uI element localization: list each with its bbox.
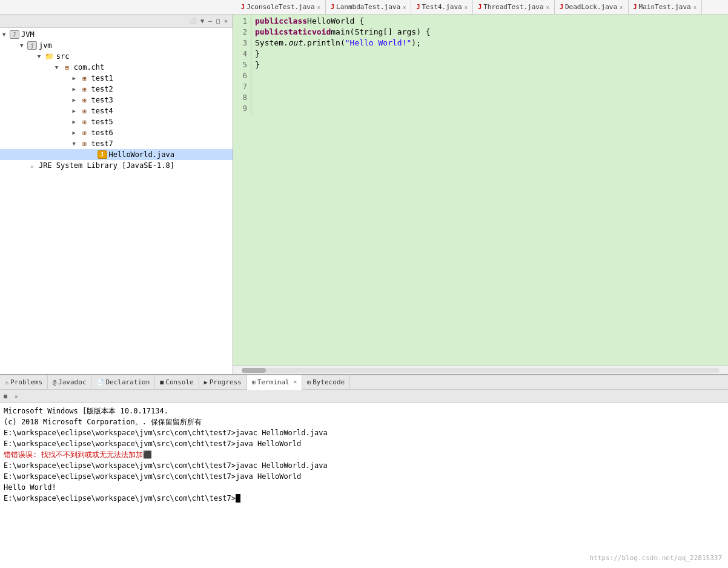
tree-item-test6[interactable]: ▶⊞test6 (0, 127, 233, 138)
tree-item-test3[interactable]: ▶⊞test3 (0, 95, 233, 105)
hscroll-thumb[interactable] (242, 368, 266, 373)
tree-item-test5[interactable]: ▶⊞test5 (0, 116, 233, 127)
top-tab-label: LanmbdaTest.java (336, 3, 400, 11)
top-tab-4[interactable]: JDeadLock.java✕ (555, 0, 629, 15)
terminal-line-6: 错错误误: 找找不不到到或或无无法法加加⬛ (4, 449, 724, 460)
java-file-icon: J (241, 4, 245, 10)
code-content[interactable]: public class HelloWorld { public static … (253, 15, 728, 366)
tree-item-com.cht[interactable]: ▼⊞com.cht (0, 62, 233, 73)
tree-item-test1[interactable]: ▶⊞test1 (0, 73, 233, 84)
code-part-normal: HelloWorld { (307, 16, 364, 27)
java-file-icon: J (331, 4, 334, 10)
top-tab-0[interactable]: JJconsoleTest.java✕ (236, 0, 326, 15)
code-part-italic: out (288, 38, 302, 48)
terminal-content[interactable]: Microsoft Windows [版版本本 10.0.17134.(c) 2… (0, 403, 728, 568)
package-icon: ⊞ (62, 63, 72, 72)
terminal-line-13: E:\workspace\eclipse\workspace\jvm\src\c… (4, 493, 724, 504)
jvm-project-icon: J (10, 30, 19, 39)
code-part-kw: class (283, 16, 307, 27)
bottom-tab-icon-5: ⊞ (252, 379, 256, 386)
minimize-icon[interactable]: — (207, 17, 213, 25)
code-line-8: } (255, 59, 726, 70)
tree-expand-icon[interactable]: ▶ (73, 86, 80, 92)
tree-collapse-icon[interactable]: ▼ (20, 42, 27, 48)
terminal-line-10: E:\workspace\eclipse\workspace\jvm\src\c… (4, 471, 724, 482)
line-num-5: 5 (233, 59, 247, 70)
line-num-1: 1 (233, 16, 247, 27)
tree-collapse-icon[interactable]: ▼ (38, 53, 45, 59)
tab-close-icon[interactable]: ✕ (465, 4, 468, 10)
line-num-7: 7 (233, 81, 247, 92)
code-part-normal: .println( (302, 38, 345, 48)
tree-collapse-icon[interactable]: ▼ (73, 141, 80, 147)
src-folder-icon: 📁 (45, 52, 55, 61)
tree-item-test2[interactable]: ▶⊞test2 (0, 84, 233, 95)
bottom-tab-progress[interactable]: ▶Progress (199, 375, 247, 390)
tab-close-icon[interactable]: ✕ (620, 4, 623, 10)
top-tab-label: DeadLock.java (565, 3, 617, 11)
bottom-tab-problems[interactable]: ⚠Problems (0, 375, 48, 390)
top-tabs-bar: JJconsoleTest.java✕JLanmbdaTest.java✕JTe… (0, 0, 728, 15)
tree-expand-icon[interactable]: ▶ (73, 75, 80, 81)
bottom-tab-terminal[interactable]: ⊞Terminal✕ (247, 375, 302, 390)
terminal-header: ■ ✕ (0, 390, 728, 403)
tree-item-test4[interactable]: ▶⊞test4 (0, 105, 233, 116)
tab-close-icon[interactable]: ✕ (403, 4, 406, 10)
terminal-close-icon[interactable]: ✕ (15, 393, 18, 399)
bottom-tab-icon-0: ⚠ (5, 379, 8, 386)
tree-expand-icon[interactable]: ▶ (73, 97, 80, 103)
editor-hscroll[interactable] (233, 366, 728, 374)
tree-item-jvm-inner[interactable]: ▼jjvm (0, 40, 233, 51)
collapse-icon[interactable]: ⬜ (188, 17, 197, 25)
tree-label: test7 (91, 139, 113, 148)
code-line-2: public class HelloWorld { (255, 16, 726, 27)
tree-label: test3 (91, 96, 113, 104)
tab-close-icon[interactable]: ✕ (693, 4, 697, 10)
editor-area[interactable]: 123456789 public class HelloWorld { publ… (233, 15, 728, 366)
terminal-line-1: (c) 2018 Microsoft Corporation。. 保保留留所所有 (4, 416, 724, 427)
tree-item-jvm[interactable]: ▼JJVM (0, 29, 233, 40)
package-explorer-panel: ⬜ ▼ — □ ✕ ▼JJVM ▼jjvm ▼📁src ▼⊞com.cht ▶⊞… (0, 15, 233, 374)
line-num-2: 2 (233, 27, 247, 38)
code-part-normal: System. (255, 38, 288, 48)
tree-item-src[interactable]: ▼📁src (0, 51, 233, 62)
top-tab-2[interactable]: JTest4.java✕ (411, 0, 473, 15)
tree-expand-icon[interactable]: ▶ (73, 119, 80, 125)
bottom-tab-label: Javadoc (58, 378, 86, 386)
tree-item-jre[interactable]: ☕JRE System Library [JavaSE-1.8] (0, 160, 233, 171)
top-tab-5[interactable]: JMainTest.java✕ (629, 0, 703, 15)
bottom-tab-console[interactable]: ■Console (155, 375, 199, 390)
tree-area: ▼JJVM ▼jjvm ▼📁src ▼⊞com.cht ▶⊞test1 ▶⊞te… (0, 28, 233, 374)
java-file-icon: J (560, 4, 563, 10)
top-tab-3[interactable]: JThreadTest.java✕ (473, 0, 555, 15)
tree-label: test2 (91, 85, 113, 93)
terminal-line-0: Microsoft Windows [版版本本 10.0.17134. (4, 406, 724, 416)
line-numbers: 123456789 (233, 15, 251, 114)
bottom-tab-javadoc[interactable]: @Javadoc (48, 375, 91, 390)
tree-expand-icon[interactable]: ▶ (73, 108, 80, 114)
bottom-tabs: ⚠Problems@Javadoc📄Declaration■Console▶Pr… (0, 375, 728, 390)
menu-icon[interactable]: ▼ (199, 17, 205, 25)
code-part-kw: public (255, 27, 283, 38)
java-file-icon: J (634, 4, 637, 10)
tree-collapse-icon[interactable]: ▼ (55, 64, 62, 70)
top-tab-1[interactable]: JLanmbdaTest.java✕ (326, 0, 411, 15)
tree-expand-icon[interactable]: ▶ (73, 130, 80, 136)
content-area: ⬜ ▼ — □ ✕ ▼JJVM ▼jjvm ▼📁src ▼⊞com.cht ▶⊞… (0, 15, 728, 374)
top-tab-label: MainTest.java (639, 3, 691, 11)
hscroll-track[interactable] (242, 368, 720, 373)
bottom-tab-bytecode[interactable]: ⊞Bytecode (302, 375, 350, 390)
maximize-icon[interactable]: □ (215, 17, 221, 25)
bottom-tab-declaration[interactable]: 📄Declaration (91, 375, 155, 390)
package-icon: ⊞ (80, 74, 90, 82)
tree-item-HelloWorld[interactable]: JHelloWorld.java (0, 149, 233, 160)
code-part-kw: static (283, 27, 312, 38)
package-icon: ⊞ (80, 96, 90, 104)
tree-collapse-icon[interactable]: ▼ (2, 32, 10, 38)
tree-item-test7[interactable]: ▼⊞test7 (0, 138, 233, 149)
close-panel-icon[interactable]: ✕ (223, 17, 229, 25)
code-part-kw: void (312, 27, 331, 38)
bottom-tab-close-icon[interactable]: ✕ (294, 379, 297, 385)
tab-close-icon[interactable]: ✕ (546, 4, 549, 10)
tab-close-icon[interactable]: ✕ (317, 4, 320, 10)
